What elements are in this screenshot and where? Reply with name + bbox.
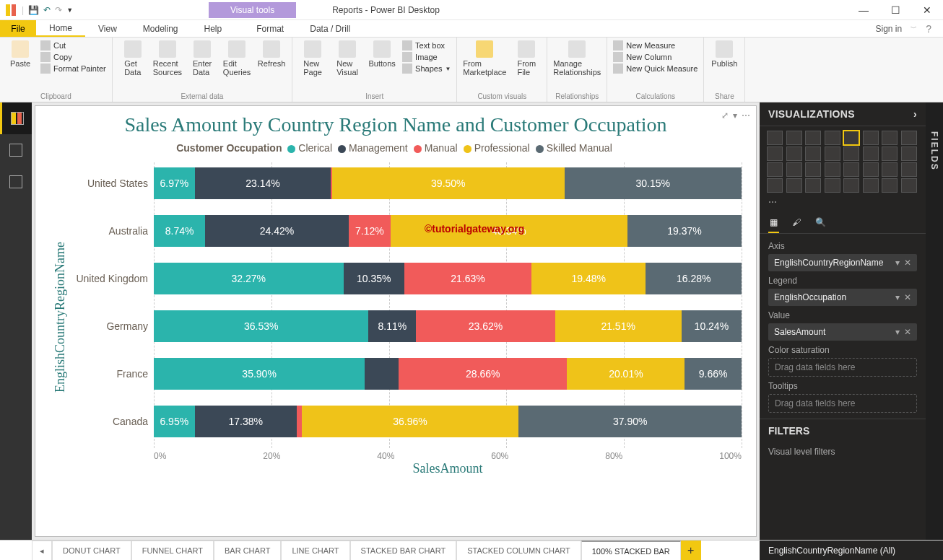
bar-segment[interactable]: 39.50% [332,167,565,199]
viz-type-icon[interactable] [805,162,821,177]
legend-item[interactable]: Management [338,142,408,154]
bar-stack[interactable]: 36.53%8.11%23.62%21.51%10.24% [154,310,742,342]
viz-type-icon[interactable] [901,131,917,145]
report-canvas[interactable]: ⤢ ▾ ⋯ Sales Amount by Country Region Nam… [32,102,760,540]
maximize-button[interactable]: ☐ [879,0,911,20]
publish-button[interactable]: Publish [710,40,739,68]
manage-relationships-button[interactable]: Manage Relationships [553,40,601,76]
bar-segment[interactable]: 7.12% [349,215,391,247]
bar-segment[interactable]: 23.62% [416,310,555,342]
get-data-button[interactable]: Get Data [118,40,147,76]
new-measure-button[interactable]: New Measure [613,40,698,51]
remove-field-icon[interactable]: ✕ [904,258,911,268]
chevron-down-icon[interactable]: ▾ [895,292,900,302]
from-marketplace-button[interactable]: From Marketplace [463,40,506,76]
tab-donut[interactable]: DONUT CHART [52,541,131,560]
viz-type-icon[interactable] [825,131,840,145]
bar-segment[interactable]: 37.90% [518,406,742,437]
bar-segment[interactable]: 6.95% [154,406,195,437]
viz-type-icon[interactable] [825,146,840,161]
model-view-nav[interactable] [0,166,32,198]
viz-type-icon[interactable] [901,178,917,193]
tab-hundred[interactable]: 100% STACKED BAR [581,541,681,560]
bar-segment[interactable]: 21.51% [555,310,682,342]
save-icon[interactable]: 💾 [28,5,39,15]
qat-dropdown-icon[interactable]: ▼ [66,6,73,14]
bar-segment[interactable]: 20.01% [567,358,685,390]
remove-field-icon[interactable]: ✕ [904,292,911,302]
refresh-button[interactable]: Refresh [257,40,286,68]
bar-segment[interactable]: 10.35% [344,263,404,294]
sign-in-link[interactable]: Sign in [876,24,903,34]
tab-funnel[interactable]: FUNNEL CHART [131,541,214,560]
value-field[interactable]: SalesAmount ▾✕ [768,323,917,341]
viz-type-icon[interactable] [882,178,898,193]
viz-type-icon[interactable] [825,162,840,177]
tooltips-well[interactable]: Drag data fields here [768,394,917,413]
color-saturation-well[interactable]: Drag data fields here [768,358,917,377]
new-visual-button[interactable]: New Visual [333,40,362,76]
format-menu[interactable]: Format [243,20,297,37]
from-file-button[interactable]: From File [512,40,541,76]
bar-segment[interactable]: 36.96% [302,406,519,437]
viz-type-icon[interactable] [805,131,821,145]
data-view-nav[interactable] [0,134,32,166]
legend-item[interactable]: Clerical [287,142,332,154]
bar-segment[interactable]: 32.27% [154,263,344,294]
viz-type-icon[interactable] [786,131,802,145]
edit-queries-button[interactable]: Edit Queries [222,40,251,76]
recent-sources-button[interactable]: Recent Sources [153,40,182,76]
close-button[interactable]: ✕ [911,0,943,20]
analytics-tab[interactable]: 🔍 [814,214,827,233]
viz-type-icon[interactable] [825,178,840,193]
new-column-button[interactable]: New Column [613,52,698,62]
bar-segment[interactable]: 19.48% [531,263,646,294]
bar-segment[interactable]: 8.11% [368,310,416,342]
image-button[interactable]: Image [402,52,451,62]
bar-segment[interactable]: 9.66% [685,358,742,390]
undo-icon[interactable]: ↶ [43,5,51,15]
bar-segment[interactable]: 6.97% [154,167,195,199]
tab-stacked-bar[interactable]: STACKED BAR CHART [350,541,457,560]
fields-pane-collapsed[interactable]: FIELDS [926,102,943,540]
help-icon[interactable]: ? [926,23,931,35]
bar-segment[interactable]: 10.24% [682,310,742,342]
bar-segment[interactable] [365,358,399,390]
add-page-button[interactable]: + [681,541,701,560]
viz-type-icon[interactable] [901,162,917,177]
viz-type-icon[interactable] [882,146,898,161]
collapse-pane-icon[interactable]: › [913,108,917,120]
bar-segment[interactable] [297,406,302,437]
legend-field[interactable]: EnglishOccupation ▾✕ [768,289,917,306]
filters-icon[interactable]: ▾ [733,110,737,121]
format-tab[interactable]: 🖌 [791,214,802,233]
tab-stacked-col[interactable]: STACKED COLUMN CHART [456,541,581,560]
viz-type-icon[interactable] [901,146,917,161]
bar-segment[interactable]: 36.53% [154,310,368,342]
bar-segment[interactable]: 21.63% [404,263,531,294]
viz-type-icon[interactable] [843,146,859,161]
viz-type-icon[interactable] [843,178,859,193]
new-quick-measure-button[interactable]: New Quick Measure [613,64,698,74]
bar-segment[interactable]: 16.28% [646,263,742,294]
viz-type-icon[interactable] [805,146,821,161]
enter-data-button[interactable]: Enter Data [188,40,217,76]
file-menu[interactable]: File [0,20,36,37]
viz-type-icon[interactable] [863,178,879,193]
bar-stack[interactable]: 32.27%10.35%21.63%19.48%16.28% [154,263,742,294]
report-view-nav[interactable] [0,102,32,134]
text-box-button[interactable]: Text box [402,40,451,51]
redo-icon[interactable]: ↷ [55,5,62,15]
remove-field-icon[interactable]: ✕ [904,327,911,337]
copy-button[interactable]: Copy [40,52,106,62]
viz-type-icon[interactable] [843,131,859,145]
bar-stack[interactable]: 6.97%23.14%39.50%30.15% [154,167,742,199]
viz-type-icon[interactable] [843,162,859,177]
paste-button[interactable]: Paste [6,40,35,68]
bar-stack[interactable]: 35.90%28.66%20.01%9.66% [154,358,742,390]
viz-type-icon[interactable] [786,146,802,161]
format-painter-button[interactable]: Format Painter [40,64,106,74]
chevron-down-icon[interactable]: ▾ [895,258,900,268]
data-drill-menu[interactable]: Data / Drill [297,20,363,37]
legend-item[interactable]: Manual [414,142,458,154]
